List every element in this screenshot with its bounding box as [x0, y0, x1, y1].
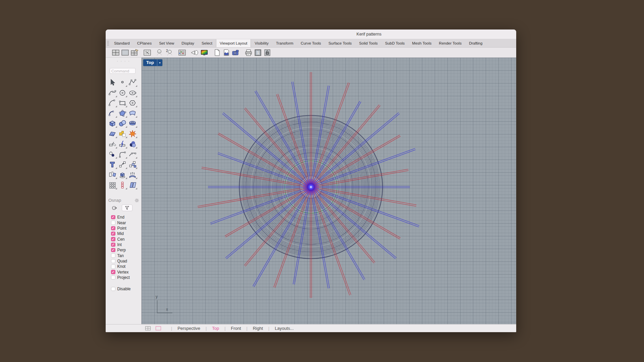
ellipse-tool-icon[interactable] — [128, 89, 137, 98]
tabbar-drag-handle[interactable] — [107, 41, 109, 46]
surface-from-points-tool-icon[interactable] — [118, 109, 127, 118]
box-tool-icon[interactable] — [108, 119, 117, 128]
arc-tool-icon[interactable] — [108, 99, 117, 108]
puzzle-join-tool-icon[interactable] — [118, 130, 127, 138]
osnap-toggle-button[interactable] — [109, 204, 120, 211]
split-tool-icon[interactable] — [118, 140, 127, 149]
statusbar-viewport-top[interactable]: Top — [212, 326, 219, 331]
copy-tool-icon[interactable] — [128, 161, 137, 169]
top-viewport[interactable]: Top ▼ y x — [142, 58, 516, 324]
active-viewport-mini-icon[interactable] — [155, 326, 161, 331]
fillet-curve-tool-icon[interactable] — [118, 150, 127, 159]
tab-display[interactable]: Display — [178, 39, 198, 47]
osnap-checkbox-tan[interactable] — [111, 253, 115, 258]
display-mode-rainbow-icon[interactable] — [200, 48, 209, 57]
osnap-checkbox-quad[interactable] — [111, 259, 115, 263]
selection-filter-button[interactable] — [122, 204, 132, 211]
osnap-checkbox-cen[interactable]: ✓ — [111, 237, 115, 241]
point-tool-icon[interactable] — [118, 78, 127, 87]
new-page-icon[interactable] — [212, 48, 222, 57]
osnap-checkbox-knot[interactable] — [111, 264, 115, 269]
osnap-checkbox-project[interactable] — [111, 276, 115, 280]
osnap-disable-row[interactable]: Disable — [111, 286, 131, 292]
statusbar-viewport-perspective[interactable]: Perspective — [177, 326, 200, 331]
print-icon[interactable] — [244, 48, 253, 57]
tab-surface-tools[interactable]: Surface Tools — [325, 39, 355, 47]
boolean-union-tool-icon[interactable] — [128, 140, 137, 149]
named-view-2-icon[interactable]: 2 — [165, 48, 174, 57]
single-viewport-icon[interactable] — [120, 48, 130, 57]
sidebar-drag-handle[interactable]: · · · · — [117, 59, 130, 63]
tab-render-tools[interactable]: Render Tools — [435, 39, 466, 47]
explode-tool-icon[interactable] — [128, 130, 137, 138]
shear-tool-icon[interactable] — [128, 181, 137, 190]
lock-viewport-icon[interactable] — [263, 48, 272, 57]
page-number-one-icon[interactable]: 1 — [253, 48, 263, 57]
plane-surface-tool-icon[interactable] — [108, 130, 117, 138]
osnap-row-knot[interactable]: Knot — [111, 264, 130, 269]
disable-checkbox[interactable] — [111, 287, 115, 291]
osnap-row-tan[interactable]: Tan — [111, 253, 130, 258]
orient-on-surface-tool-icon[interactable] — [118, 171, 127, 179]
tab-mesh-tools[interactable]: Mesh Tools — [409, 39, 435, 47]
title-bar[interactable]: Kerif patterns — [106, 29, 516, 39]
osnap-row-perp[interactable]: ✓Perp — [111, 247, 130, 253]
array-grid-tool-icon[interactable] — [108, 181, 117, 190]
circle-tool-icon[interactable] — [118, 89, 127, 98]
osnap-row-project[interactable]: Project — [111, 275, 130, 280]
viewport-label-dropdown[interactable]: ▼ — [157, 59, 162, 66]
tab-solid-tools[interactable]: Solid Tools — [356, 39, 381, 47]
tab-set-view[interactable]: Set View — [155, 39, 178, 47]
grid-table-icon[interactable] — [177, 48, 187, 57]
four-viewports-mini-icon[interactable] — [145, 326, 151, 331]
osnap-checkbox-perp[interactable]: ✓ — [111, 248, 115, 252]
mirror-tool-icon[interactable] — [108, 171, 117, 179]
osnap-checkbox-near[interactable] — [111, 221, 115, 225]
osnap-row-quad[interactable]: Quad — [111, 258, 130, 264]
osnap-row-cen[interactable]: ✓Cen — [111, 236, 130, 242]
capture-view-camera-icon[interactable] — [231, 48, 240, 57]
osnap-row-int[interactable]: ✓Int — [111, 242, 130, 247]
new-floating-viewport-icon[interactable] — [130, 48, 139, 57]
tab-drafting[interactable]: Drafting — [465, 39, 486, 47]
statusbar-viewport-front[interactable]: Front — [231, 326, 241, 331]
polygon-tool-icon[interactable] — [128, 99, 137, 108]
view-sphere-icon[interactable] — [155, 48, 165, 57]
osnap-row-end[interactable]: ✓End — [111, 215, 130, 220]
osnap-checkbox-int[interactable]: ✓ — [111, 243, 115, 247]
page-layout-icon[interactable] — [222, 48, 231, 57]
curve-through-points-tool-icon[interactable] — [108, 89, 117, 98]
statusbar-viewport-right[interactable]: Right — [253, 326, 263, 331]
trim-tool-icon[interactable] — [108, 140, 117, 149]
osnap-row-point[interactable]: ✓Point — [111, 226, 130, 231]
command-input[interactable] — [110, 68, 136, 74]
tab-standard[interactable]: Standard — [110, 39, 133, 47]
viewport-label[interactable]: Top ▼ — [143, 59, 162, 66]
tab-transform[interactable]: Transform — [272, 39, 297, 47]
four-viewports-icon[interactable] — [111, 48, 120, 57]
surface-emap-tool-icon[interactable] — [128, 171, 137, 179]
osnap-checkbox-point[interactable]: ✓ — [111, 226, 115, 231]
sphere-tool-icon[interactable] — [118, 119, 127, 128]
torus-tool-icon[interactable] — [128, 119, 137, 128]
move-tool-icon[interactable] — [118, 161, 127, 169]
osnap-checkbox-end[interactable]: ✓ — [111, 215, 115, 220]
osnap-row-mid[interactable]: ✓Mid — [111, 231, 130, 236]
tab-viewport-layout[interactable]: Viewport Layout — [216, 39, 251, 47]
tab-subd-tools[interactable]: SubD Tools — [381, 39, 409, 47]
pointer-tool-icon[interactable] — [108, 78, 117, 87]
osnap-row-near[interactable]: Near — [111, 220, 130, 225]
curved-surface-tool-icon[interactable] — [108, 109, 117, 118]
extend-curve-tool-icon[interactable] — [128, 150, 137, 159]
tab-visibility[interactable]: Visibility — [251, 39, 272, 47]
grid-snap-options-icon[interactable] — [143, 48, 152, 57]
text-object-tool-icon[interactable] — [108, 161, 117, 169]
surface-sheet-tool-icon[interactable] — [128, 109, 137, 118]
control-point-curve-tool-icon[interactable] — [128, 78, 137, 87]
statusbar-viewport-layouts[interactable]: Layouts... — [275, 326, 293, 331]
osnap-checkbox-mid[interactable]: ✓ — [111, 232, 115, 236]
viewport-label-text[interactable]: Top — [143, 59, 157, 66]
tab-cplanes[interactable]: CPlanes — [133, 39, 155, 47]
camera-view-icon[interactable] — [190, 48, 200, 57]
rectangle-tool-icon[interactable] — [118, 99, 127, 108]
